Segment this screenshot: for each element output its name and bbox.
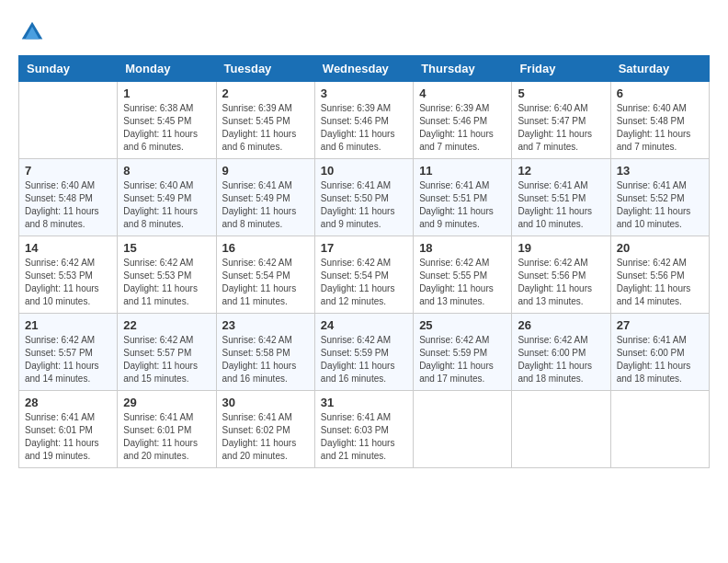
day-number: 29 <box>123 396 210 409</box>
calendar-cell: 2Sunrise: 6:39 AM Sunset: 5:45 PM Daylig… <box>216 82 314 159</box>
day-number: 20 <box>617 241 703 255</box>
calendar-cell: 21Sunrise: 6:42 AM Sunset: 5:57 PM Dayli… <box>19 314 118 391</box>
day-number: 16 <box>222 241 309 255</box>
column-header-thursday: Thursday <box>414 56 512 82</box>
day-number: 5 <box>518 86 604 100</box>
cell-content: Sunrise: 6:42 AM Sunset: 5:58 PM Dayligh… <box>222 334 309 385</box>
calendar-cell: 17Sunrise: 6:42 AM Sunset: 5:54 PM Dayli… <box>314 236 413 314</box>
cell-content: Sunrise: 6:42 AM Sunset: 5:55 PM Dayligh… <box>419 257 506 308</box>
cell-content: Sunrise: 6:42 AM Sunset: 5:59 PM Dayligh… <box>419 334 506 385</box>
cell-content: Sunrise: 6:42 AM Sunset: 5:54 PM Dayligh… <box>321 257 407 308</box>
calendar-week-row: 28Sunrise: 6:41 AM Sunset: 6:01 PM Dayli… <box>19 391 710 468</box>
cell-content: Sunrise: 6:38 AM Sunset: 5:45 PM Dayligh… <box>123 102 210 154</box>
calendar-cell <box>19 82 118 159</box>
day-number: 14 <box>25 241 111 255</box>
day-number: 28 <box>25 396 111 409</box>
day-number: 17 <box>321 241 407 255</box>
day-number: 3 <box>321 86 407 100</box>
calendar-cell: 24Sunrise: 6:42 AM Sunset: 5:59 PM Dayli… <box>314 314 413 391</box>
cell-content: Sunrise: 6:40 AM Sunset: 5:48 PM Dayligh… <box>25 179 111 231</box>
calendar-cell: 26Sunrise: 6:42 AM Sunset: 6:00 PM Dayli… <box>512 314 610 391</box>
calendar-cell: 3Sunrise: 6:39 AM Sunset: 5:46 PM Daylig… <box>314 82 413 159</box>
day-number: 9 <box>222 164 309 178</box>
calendar-cell: 14Sunrise: 6:42 AM Sunset: 5:53 PM Dayli… <box>19 236 118 314</box>
page-header <box>18 18 710 46</box>
cell-content: Sunrise: 6:42 AM Sunset: 5:56 PM Dayligh… <box>617 257 703 308</box>
cell-content: Sunrise: 6:40 AM Sunset: 5:47 PM Dayligh… <box>518 102 604 154</box>
day-number: 23 <box>222 318 309 332</box>
day-number: 6 <box>617 86 703 100</box>
calendar-cell: 10Sunrise: 6:41 AM Sunset: 5:50 PM Dayli… <box>314 159 413 236</box>
cell-content: Sunrise: 6:41 AM Sunset: 6:02 PM Dayligh… <box>222 411 309 463</box>
calendar-cell: 30Sunrise: 6:41 AM Sunset: 6:02 PM Dayli… <box>216 391 314 468</box>
column-header-tuesday: Tuesday <box>216 56 314 82</box>
column-header-friday: Friday <box>512 56 610 82</box>
column-header-saturday: Saturday <box>610 56 709 82</box>
calendar-cell: 5Sunrise: 6:40 AM Sunset: 5:47 PM Daylig… <box>512 82 610 159</box>
day-number: 19 <box>518 241 604 255</box>
calendar-table: SundayMondayTuesdayWednesdayThursdayFrid… <box>18 55 710 468</box>
day-number: 2 <box>222 86 309 100</box>
calendar-cell: 12Sunrise: 6:41 AM Sunset: 5:51 PM Dayli… <box>512 159 610 236</box>
day-number: 4 <box>419 86 506 100</box>
day-number: 26 <box>518 318 604 332</box>
cell-content: Sunrise: 6:42 AM Sunset: 5:57 PM Dayligh… <box>123 334 210 385</box>
column-header-sunday: Sunday <box>19 56 118 82</box>
cell-content: Sunrise: 6:42 AM Sunset: 5:53 PM Dayligh… <box>25 257 111 308</box>
cell-content: Sunrise: 6:42 AM Sunset: 6:00 PM Dayligh… <box>518 334 604 385</box>
day-number: 31 <box>321 396 407 409</box>
day-number: 1 <box>123 86 210 100</box>
calendar-cell: 7Sunrise: 6:40 AM Sunset: 5:48 PM Daylig… <box>19 159 118 236</box>
day-number: 10 <box>321 164 407 178</box>
day-number: 12 <box>518 164 604 178</box>
day-number: 13 <box>617 164 703 178</box>
column-header-monday: Monday <box>118 56 216 82</box>
cell-content: Sunrise: 6:41 AM Sunset: 5:50 PM Dayligh… <box>321 179 407 231</box>
cell-content: Sunrise: 6:41 AM Sunset: 6:03 PM Dayligh… <box>321 411 407 463</box>
day-number: 25 <box>419 318 506 332</box>
calendar-cell: 29Sunrise: 6:41 AM Sunset: 6:01 PM Dayli… <box>118 391 216 468</box>
calendar-cell: 27Sunrise: 6:41 AM Sunset: 6:00 PM Dayli… <box>610 314 709 391</box>
cell-content: Sunrise: 6:41 AM Sunset: 5:52 PM Dayligh… <box>617 179 703 231</box>
cell-content: Sunrise: 6:41 AM Sunset: 5:49 PM Dayligh… <box>222 179 309 231</box>
day-number: 15 <box>123 241 210 255</box>
calendar-cell: 1Sunrise: 6:38 AM Sunset: 5:45 PM Daylig… <box>118 82 216 159</box>
cell-content: Sunrise: 6:41 AM Sunset: 6:01 PM Dayligh… <box>123 411 210 463</box>
cell-content: Sunrise: 6:41 AM Sunset: 6:01 PM Dayligh… <box>25 411 111 463</box>
day-number: 24 <box>321 318 407 332</box>
cell-content: Sunrise: 6:41 AM Sunset: 5:51 PM Dayligh… <box>518 179 604 231</box>
cell-content: Sunrise: 6:41 AM Sunset: 6:00 PM Dayligh… <box>617 334 703 385</box>
calendar-cell: 6Sunrise: 6:40 AM Sunset: 5:48 PM Daylig… <box>610 82 709 159</box>
calendar-cell: 8Sunrise: 6:40 AM Sunset: 5:49 PM Daylig… <box>118 159 216 236</box>
day-number: 18 <box>419 241 506 255</box>
cell-content: Sunrise: 6:42 AM Sunset: 5:57 PM Dayligh… <box>25 334 111 385</box>
calendar-week-row: 14Sunrise: 6:42 AM Sunset: 5:53 PM Dayli… <box>19 236 710 314</box>
cell-content: Sunrise: 6:42 AM Sunset: 5:59 PM Dayligh… <box>321 334 407 385</box>
day-number: 8 <box>123 164 210 178</box>
cell-content: Sunrise: 6:42 AM Sunset: 5:56 PM Dayligh… <box>518 257 604 308</box>
calendar-cell: 16Sunrise: 6:42 AM Sunset: 5:54 PM Dayli… <box>216 236 314 314</box>
cell-content: Sunrise: 6:42 AM Sunset: 5:54 PM Dayligh… <box>222 257 309 308</box>
cell-content: Sunrise: 6:42 AM Sunset: 5:53 PM Dayligh… <box>123 257 210 308</box>
calendar-cell: 18Sunrise: 6:42 AM Sunset: 5:55 PM Dayli… <box>414 236 512 314</box>
calendar-cell <box>610 391 709 468</box>
calendar-week-row: 1Sunrise: 6:38 AM Sunset: 5:45 PM Daylig… <box>19 82 710 159</box>
cell-content: Sunrise: 6:41 AM Sunset: 5:51 PM Dayligh… <box>419 179 506 231</box>
calendar-cell: 28Sunrise: 6:41 AM Sunset: 6:01 PM Dayli… <box>19 391 118 468</box>
logo <box>18 18 48 46</box>
calendar-week-row: 7Sunrise: 6:40 AM Sunset: 5:48 PM Daylig… <box>19 159 710 236</box>
calendar-cell: 23Sunrise: 6:42 AM Sunset: 5:58 PM Dayli… <box>216 314 314 391</box>
calendar-cell <box>414 391 512 468</box>
calendar-cell: 4Sunrise: 6:39 AM Sunset: 5:46 PM Daylig… <box>414 82 512 159</box>
day-number: 27 <box>617 318 703 332</box>
calendar-cell: 13Sunrise: 6:41 AM Sunset: 5:52 PM Dayli… <box>610 159 709 236</box>
calendar-cell: 9Sunrise: 6:41 AM Sunset: 5:49 PM Daylig… <box>216 159 314 236</box>
day-number: 11 <box>419 164 506 178</box>
day-number: 30 <box>222 396 309 409</box>
calendar-cell: 15Sunrise: 6:42 AM Sunset: 5:53 PM Dayli… <box>118 236 216 314</box>
calendar-cell: 19Sunrise: 6:42 AM Sunset: 5:56 PM Dayli… <box>512 236 610 314</box>
calendar-cell <box>512 391 610 468</box>
calendar-cell: 11Sunrise: 6:41 AM Sunset: 5:51 PM Dayli… <box>414 159 512 236</box>
calendar-cell: 31Sunrise: 6:41 AM Sunset: 6:03 PM Dayli… <box>314 391 413 468</box>
calendar-cell: 22Sunrise: 6:42 AM Sunset: 5:57 PM Dayli… <box>118 314 216 391</box>
